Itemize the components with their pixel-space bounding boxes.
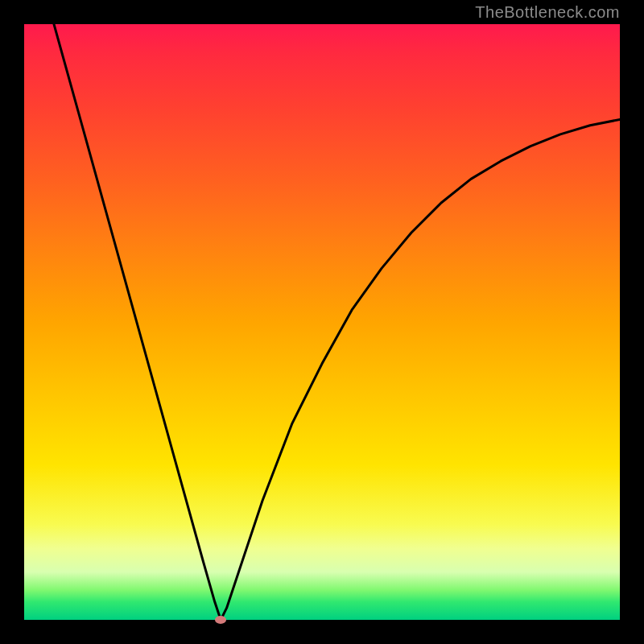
plot-area	[24, 24, 620, 620]
bottleneck-curve	[24, 24, 620, 620]
attribution-label: TheBottleneck.com	[475, 3, 620, 22]
optimal-point-marker	[215, 616, 226, 624]
chart-frame: TheBottleneck.com	[0, 0, 644, 644]
